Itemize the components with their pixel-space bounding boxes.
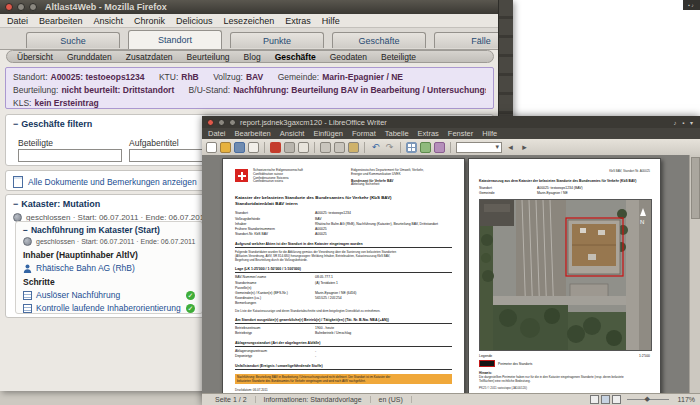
aerial-photo: N (479, 199, 652, 351)
writer-menubar: Datei Bearbeiten Ansicht Einfügen Format… (202, 128, 700, 139)
subnav-uebersicht[interactable]: Übersicht (17, 52, 53, 62)
doc-row: BetriebstypBahnbetrieb / Umschlag (235, 331, 452, 336)
close-icon[interactable] (207, 119, 214, 126)
insert-image-icon[interactable] (420, 142, 431, 153)
doc-line: Abteilung Sicherheit (351, 183, 424, 187)
nachfuehrung-header[interactable]: −Nachführung im Kataster (Start) (16, 222, 202, 235)
writer-window: report.jsdnek3gaxcm120 - LibreOffice Wri… (202, 116, 700, 405)
menu-item[interactable]: Bearbeiten (39, 16, 83, 26)
print-preview-icon[interactable] (298, 142, 309, 153)
minimize-icon[interactable] (218, 119, 225, 126)
all-documents-link[interactable]: Alle Dokumente und Bemerkungen anzeigen (28, 177, 197, 187)
tab-punkte[interactable]: Punkte (230, 32, 324, 48)
menu-item[interactable]: Datei (208, 129, 226, 138)
inhaber-heading: Inhaber (Hauptinhaber AltlV) (16, 250, 202, 260)
doc-row: Deponietyp- (235, 354, 452, 359)
tab-standort[interactable]: Standort (128, 30, 222, 49)
info-key: Vollzug: (213, 72, 243, 82)
toolbar-combo[interactable]: ▾ (456, 142, 502, 153)
zoom-slider-handle[interactable]: ◆ (645, 395, 650, 403)
menu-item[interactable]: Ansicht (94, 16, 124, 26)
menu-item[interactable]: Extras (418, 129, 439, 138)
menu-item[interactable]: Tabelle (385, 129, 409, 138)
tab-geschaefte[interactable]: Geschäfte (332, 32, 426, 48)
email-icon[interactable] (248, 142, 259, 153)
info-value: kein Ersteintrag (34, 98, 98, 108)
subnav-grunddaten[interactable]: Grunddaten (67, 52, 112, 62)
indicator-icons[interactable]: ♪ ▪ ▾ (674, 119, 695, 126)
document-page-2: KbS BAV, Standort Nr. A00025 Katasteraus… (468, 158, 661, 394)
doc-footer: Druckdatum: 06.07.2011 (235, 388, 452, 392)
tab-suche[interactable]: Suche (26, 32, 120, 48)
close-icon[interactable] (5, 3, 13, 11)
map-scale: 1:2'500 (639, 354, 650, 358)
open-icon[interactable] (220, 142, 231, 153)
menu-item[interactable]: Bearbeiten (235, 129, 271, 138)
nachfuehrung-status-row: geschlossen · Start: 06.07.2011 · Ende: … (16, 237, 202, 246)
subnav-geschaefte[interactable]: Geschäfte (275, 52, 316, 62)
menu-item[interactable]: Lesezeichen (224, 16, 275, 26)
minimize-icon[interactable] (17, 3, 25, 11)
doc-section-header: Aufgrund welcher Akten ist der Standort … (235, 242, 452, 248)
menu-item[interactable]: Fenster (448, 129, 473, 138)
menu-item[interactable]: Extras (285, 16, 311, 26)
cut-icon[interactable] (320, 142, 331, 153)
legend-item-label: Perimeter des Standorts (498, 362, 532, 366)
step-link-kontrolle[interactable]: Kontrolle laufende Inhaberorientierung (36, 303, 181, 313)
subnav-geodaten[interactable]: Geodaten (330, 52, 367, 62)
doc-label: Standort-Nr. KbS BAV (235, 232, 315, 237)
toolbar-separator (364, 142, 365, 153)
redo-icon[interactable]: ↷ (384, 142, 395, 153)
beteiligte-input[interactable] (18, 149, 122, 162)
doc-value (315, 301, 452, 306)
navigate-forward-icon[interactable]: ▸ (519, 142, 530, 153)
writer-scrollbar[interactable] (689, 155, 700, 394)
filter-panel-title: Geschäfte filtern (21, 119, 92, 129)
writer-window-title: report.jsdnek3gaxcm120 - LibreOffice Wri… (240, 118, 387, 127)
collapse-icon[interactable]: − (13, 199, 18, 209)
pdf-export-icon[interactable] (270, 142, 281, 153)
perimeter-swatch (479, 360, 495, 367)
doc-section-header: Lage (LK 1:25'000 / 1:50'000 / 1:100'000… (235, 267, 452, 273)
subnav-beurteilung[interactable]: Beurteilung (187, 52, 230, 62)
multi-page-view-icon[interactable] (601, 395, 610, 404)
save-icon[interactable] (234, 142, 245, 153)
scrollbar-thumb[interactable] (691, 157, 700, 219)
zoom-level[interactable]: 117% (678, 396, 695, 403)
new-document-icon[interactable] (206, 142, 217, 153)
print-icon[interactable] (284, 142, 295, 153)
insert-table-icon[interactable] (406, 142, 417, 153)
status-language[interactable]: en (US) (371, 396, 412, 403)
menu-item[interactable]: Delicious (176, 16, 213, 26)
inhaber-link[interactable]: Rhätische Bahn AG (RhB) (36, 263, 135, 273)
firefox-titlebar[interactable]: Altlast4Web - Mozilla Firefox (0, 0, 513, 14)
zoom-slider[interactable]: ◆ (627, 399, 669, 400)
insert-chart-icon[interactable] (434, 142, 445, 153)
menu-item[interactable]: Hilfe (482, 129, 497, 138)
maximize-icon[interactable] (229, 119, 236, 126)
subnav-blog[interactable]: Blog (244, 52, 261, 62)
menu-item[interactable]: Hilfe (322, 16, 340, 26)
system-tray[interactable]: ▪♪ (683, 0, 700, 10)
menu-item[interactable]: Datei (7, 16, 28, 26)
status-page[interactable]: Seite 1 / 2 (207, 396, 256, 403)
chevron-down-icon[interactable]: ▾ (495, 143, 499, 151)
collapse-icon[interactable]: − (23, 225, 28, 235)
navigate-back-icon[interactable]: ◂ (505, 142, 516, 153)
subnav-zusatzdaten[interactable]: Zusatzdaten (126, 52, 173, 62)
single-page-view-icon[interactable] (590, 395, 599, 404)
menu-item[interactable]: Chronik (134, 16, 165, 26)
maximize-icon[interactable] (29, 3, 37, 11)
subnav-beteiligte[interactable]: Beteiligte (381, 52, 416, 62)
step-link-ausloeser[interactable]: Auslöser Nachführung (36, 290, 120, 300)
undo-icon[interactable]: ↶ (370, 142, 381, 153)
menu-item[interactable]: Ansicht (280, 129, 305, 138)
menu-item[interactable]: Format (352, 129, 376, 138)
book-view-icon[interactable] (612, 395, 621, 404)
writer-titlebar[interactable]: report.jsdnek3gaxcm120 - LibreOffice Wri… (202, 116, 700, 128)
menu-item[interactable]: Einfügen (313, 129, 343, 138)
paste-icon[interactable] (348, 142, 359, 153)
status-info[interactable]: Informationen: Standardvorlage (256, 396, 371, 403)
copy-icon[interactable] (334, 142, 345, 153)
collapse-icon[interactable]: − (13, 119, 18, 129)
